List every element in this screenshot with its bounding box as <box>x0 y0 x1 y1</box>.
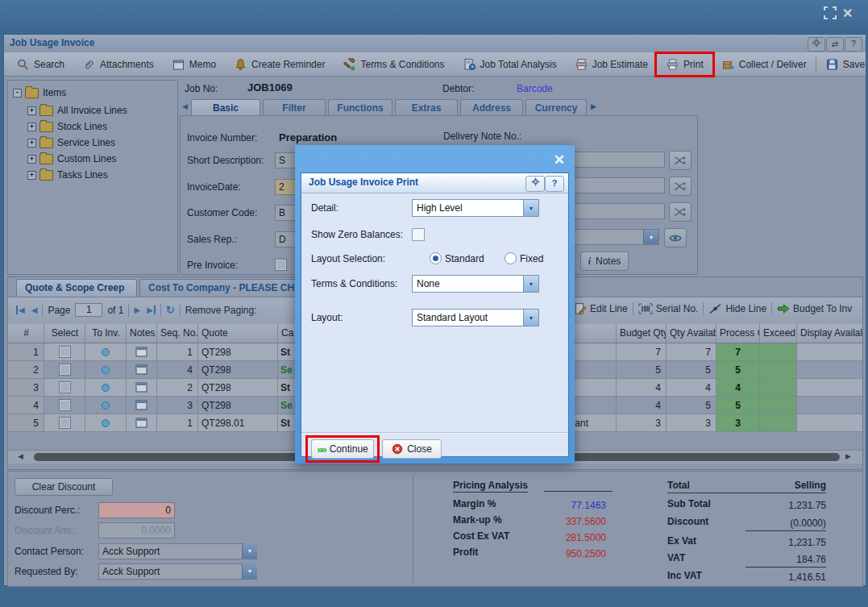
gear-icon[interactable] <box>525 176 545 192</box>
tab-scroll-right-icon[interactable]: ▶ <box>591 102 596 110</box>
tab-currency[interactable]: Currency <box>525 99 587 116</box>
chevron-down-icon[interactable]: ▼ <box>523 200 538 216</box>
tab-address[interactable]: Address <box>460 99 523 116</box>
chevron-down-icon[interactable]: ▼ <box>523 276 538 292</box>
select-checkbox[interactable] <box>59 381 71 393</box>
eye-icon[interactable] <box>664 228 687 247</box>
notes-cell[interactable] <box>127 414 157 432</box>
col-display-avail[interactable]: Display Availal <box>797 324 862 343</box>
terms-conditions-button[interactable]: Terms & Conditions <box>337 56 450 73</box>
first-page-icon[interactable]: ◀ <box>16 306 25 314</box>
budget-to-inv-button[interactable]: Budget To Inv <box>777 303 852 314</box>
edit-line-button[interactable]: Edit Line <box>574 302 628 315</box>
to-inv-cell[interactable] <box>85 343 127 361</box>
create-reminder-button[interactable]: Create Reminder <box>228 56 330 73</box>
refresh-icon[interactable]: ↻ <box>166 304 175 316</box>
memo-button[interactable]: Memo <box>166 56 222 73</box>
lookup-shuffle-icon[interactable] <box>669 177 691 196</box>
tab-functions[interactable]: Functions <box>328 99 392 116</box>
serial-no-button[interactable]: Serial No. <box>638 303 699 314</box>
dialog-close-icon[interactable]: ✕ <box>554 152 565 168</box>
expand-icon[interactable]: + <box>27 171 36 180</box>
col-exceed[interactable]: Exceed ( <box>760 324 797 343</box>
col-qty-avail[interactable]: Qty Availab <box>667 324 716 343</box>
close-icon[interactable]: ✕ <box>842 6 853 21</box>
col-quote[interactable]: Quote <box>198 324 278 343</box>
job-total-analysis-button[interactable]: Job Total Analysis <box>457 56 563 73</box>
dialog-close-button[interactable]: Close <box>382 439 442 459</box>
help-icon[interactable]: ? <box>845 37 862 52</box>
chevron-down-icon[interactable]: ▼ <box>242 563 257 580</box>
select-checkbox[interactable] <box>59 346 71 358</box>
to-inv-cell[interactable] <box>85 414 127 432</box>
select-checkbox[interactable] <box>59 364 71 376</box>
col-num[interactable]: # <box>8 324 44 343</box>
col-process-qty[interactable]: Process Q <box>716 324 760 343</box>
standard-radio[interactable] <box>430 252 442 264</box>
select-cell[interactable] <box>44 414 85 432</box>
col-notes[interactable]: Notes <box>127 324 157 343</box>
last-page-icon[interactable]: ▶ <box>147 306 156 314</box>
select-cell[interactable] <box>44 397 85 414</box>
save-button[interactable]: Save <box>820 56 868 73</box>
debtor-link[interactable]: Barcode <box>517 83 553 94</box>
page-input[interactable]: 1 <box>75 303 102 317</box>
expand-icon[interactable]: + <box>27 106 36 115</box>
collect-deliver-button[interactable]: Collect / Deliver <box>716 56 812 73</box>
lookup-shuffle-icon[interactable] <box>669 202 691 222</box>
expand-icon[interactable]: + <box>27 155 36 164</box>
tab-basic[interactable]: Basic <box>191 99 260 116</box>
hide-line-button[interactable]: Hide Line <box>708 303 766 314</box>
col-budget-qty[interactable]: Budget Qty <box>617 324 667 343</box>
expand-icon[interactable] <box>824 6 837 23</box>
fixed-radio[interactable] <box>505 252 517 264</box>
tree-item-all-invoice-lines[interactable]: +All Invoice Lines <box>27 105 127 116</box>
chevron-down-icon[interactable]: ▼ <box>242 543 257 559</box>
continue-button[interactable]: »» Continue <box>311 439 374 459</box>
discount-perc-input[interactable]: 0 <box>98 502 175 518</box>
tab-scroll-left-icon[interactable]: ◀ <box>182 102 188 110</box>
tree-item-stock-lines[interactable]: +Stock Lines <box>27 121 107 132</box>
notes-cell[interactable] <box>127 397 157 414</box>
notes-cell[interactable] <box>127 361 157 379</box>
select-cell[interactable] <box>44 361 85 379</box>
select-cell[interactable] <box>44 379 85 397</box>
tab-extras[interactable]: Extras <box>395 99 458 116</box>
col-select[interactable]: Select <box>44 324 85 343</box>
col-to-inv[interactable]: To Inv. <box>85 324 127 343</box>
chevron-down-icon[interactable]: ▼ <box>643 230 658 244</box>
next-page-icon[interactable]: ▶ <box>134 306 140 314</box>
collapse-icon[interactable]: - <box>13 89 22 98</box>
select-cell[interactable] <box>44 343 85 361</box>
expand-icon[interactable]: + <box>27 139 36 148</box>
expand-icon[interactable]: + <box>27 123 36 131</box>
to-inv-cell[interactable] <box>85 397 127 414</box>
refresh-icon[interactable]: ⇄ <box>826 37 844 52</box>
show-zero-balances-checkbox[interactable] <box>412 228 425 241</box>
select-checkbox[interactable] <box>59 399 71 411</box>
tree-item-custom-lines[interactable]: +Custom Lines <box>27 153 116 164</box>
chevron-down-icon[interactable]: ▼ <box>523 310 538 326</box>
prev-page-icon[interactable]: ◀ <box>31 306 38 314</box>
select-checkbox[interactable] <box>59 417 71 429</box>
tab-quote-scope-creep[interactable]: Quote & Scope Creep <box>16 279 137 297</box>
help-icon[interactable]: ? <box>545 176 564 192</box>
clear-discount-button[interactable]: Clear Discount <box>15 478 113 496</box>
scroll-right-icon[interactable]: ▶ <box>845 452 851 460</box>
detail-dropdown[interactable]: High Level ▼ <box>412 199 539 217</box>
to-inv-cell[interactable] <box>85 361 127 379</box>
tree-item-service-lines[interactable]: +Service Lines <box>27 137 115 148</box>
col-seq-no[interactable]: Seq. No. <box>157 324 198 343</box>
layout-dropdown[interactable]: Standard Layout ▼ <box>412 309 539 326</box>
search-button[interactable]: Search <box>10 56 70 73</box>
tree-root-items[interactable]: -Items <box>13 87 66 98</box>
tree-item-tasks-lines[interactable]: +Tasks Lines <box>27 169 108 181</box>
scroll-left-icon[interactable]: ◀ <box>18 452 23 460</box>
tab-filter[interactable]: Filter <box>263 99 326 116</box>
notes-cell[interactable] <box>127 379 157 397</box>
pre-invoice-checkbox[interactable] <box>275 259 287 271</box>
notes-cell[interactable] <box>127 343 157 361</box>
print-button[interactable]: Print <box>660 56 709 73</box>
contact-person-dropdown[interactable]: Acck Support <box>98 543 256 559</box>
job-estimate-button[interactable]: Job Estimate <box>569 56 654 73</box>
